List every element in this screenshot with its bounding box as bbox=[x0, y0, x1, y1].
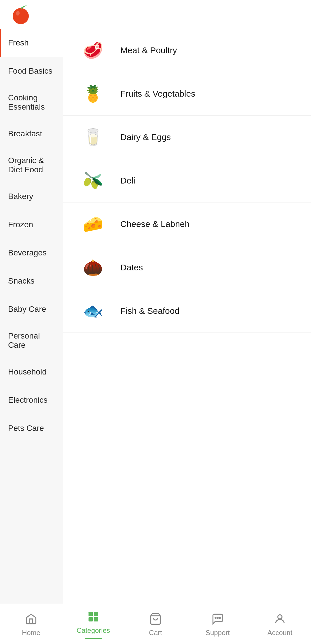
category-name-dairy-eggs: Dairy & Eggs bbox=[120, 132, 171, 142]
sidebar-item-organic-diet[interactable]: Organic & Diet Food bbox=[0, 148, 63, 182]
sidebar-item-frozen[interactable]: Frozen bbox=[0, 211, 63, 239]
category-name-dates: Dates bbox=[120, 263, 143, 272]
cart-icon bbox=[148, 611, 163, 626]
svg-point-10 bbox=[278, 615, 282, 619]
header bbox=[0, 0, 311, 29]
sidebar-item-pets-care[interactable]: Pets Care bbox=[0, 414, 63, 442]
svg-rect-4 bbox=[89, 617, 93, 622]
categories-panel: 🥩Meat & Poultry🍍Fruits & Vegetables🥛Dair… bbox=[63, 29, 311, 604]
nav-item-account[interactable]: Account bbox=[249, 607, 311, 641]
sidebar-item-breakfast[interactable]: Breakfast bbox=[0, 120, 63, 148]
category-row-meat-poultry[interactable]: 🥩Meat & Poultry bbox=[63, 29, 311, 72]
category-row-dairy-eggs[interactable]: 🥛Dairy & Eggs bbox=[63, 116, 311, 159]
sidebar-item-snacks[interactable]: Snacks bbox=[0, 267, 63, 295]
sidebar-item-food-basics[interactable]: Food Basics bbox=[0, 57, 63, 85]
categories-icon bbox=[86, 609, 101, 624]
app-logo[interactable] bbox=[9, 2, 32, 26]
svg-rect-2 bbox=[89, 612, 93, 616]
svg-point-9 bbox=[219, 617, 221, 618]
category-row-dates[interactable]: 🌰Dates bbox=[63, 246, 311, 289]
category-image-deli: 🫒 bbox=[77, 168, 109, 194]
home-icon bbox=[24, 611, 39, 626]
category-image-dates: 🌰 bbox=[77, 255, 109, 280]
category-name-fish-seafood: Fish & Seafood bbox=[120, 306, 179, 316]
category-image-meat-poultry: 🥩 bbox=[77, 37, 109, 63]
nav-label-support: Support bbox=[206, 629, 230, 637]
support-icon bbox=[210, 611, 225, 626]
sidebar-item-bakery[interactable]: Bakery bbox=[0, 182, 63, 211]
nav-item-home[interactable]: Home bbox=[0, 607, 62, 641]
nav-label-cart: Cart bbox=[149, 629, 162, 637]
sidebar-item-baby-care[interactable]: Baby Care bbox=[0, 295, 63, 323]
category-image-cheese-labneh: 🧀 bbox=[77, 211, 109, 237]
main-content: FreshFood BasicsCooking EssentialsBreakf… bbox=[0, 29, 311, 604]
svg-point-0 bbox=[13, 8, 29, 24]
category-row-cheese-labneh[interactable]: 🧀Cheese & Labneh bbox=[63, 202, 311, 246]
category-name-cheese-labneh: Cheese & Labneh bbox=[120, 219, 189, 229]
nav-item-categories[interactable]: Categories bbox=[62, 605, 124, 643]
bottom-navigation: Home Categories Cart Support Account bbox=[0, 604, 311, 644]
sidebar-item-personal-care[interactable]: Personal Care bbox=[0, 323, 63, 358]
svg-rect-5 bbox=[94, 617, 98, 622]
nav-label-categories: Categories bbox=[77, 626, 110, 635]
nav-label-home: Home bbox=[22, 629, 40, 637]
sidebar-item-household[interactable]: Household bbox=[0, 358, 63, 386]
sidebar-item-cooking-essentials[interactable]: Cooking Essentials bbox=[0, 85, 63, 120]
svg-point-8 bbox=[215, 617, 216, 618]
category-image-fish-seafood: 🐟 bbox=[77, 298, 109, 324]
svg-point-7 bbox=[217, 617, 218, 618]
category-name-meat-poultry: Meat & Poultry bbox=[120, 45, 177, 55]
sidebar-item-electronics[interactable]: Electronics bbox=[0, 386, 63, 414]
account-icon bbox=[272, 611, 287, 626]
nav-item-support[interactable]: Support bbox=[187, 607, 249, 641]
category-name-fruits-vegetables: Fruits & Vegetables bbox=[120, 89, 195, 99]
category-image-fruits-vegetables: 🍍 bbox=[77, 81, 109, 107]
sidebar-item-beverages[interactable]: Beverages bbox=[0, 239, 63, 267]
nav-label-account: Account bbox=[268, 629, 293, 637]
svg-rect-3 bbox=[94, 612, 98, 616]
svg-point-1 bbox=[16, 11, 20, 16]
sidebar: FreshFood BasicsCooking EssentialsBreakf… bbox=[0, 29, 63, 604]
active-indicator bbox=[85, 638, 102, 639]
category-row-fish-seafood[interactable]: 🐟Fish & Seafood bbox=[63, 289, 311, 333]
category-row-fruits-vegetables[interactable]: 🍍Fruits & Vegetables bbox=[63, 72, 311, 116]
nav-item-cart[interactable]: Cart bbox=[124, 607, 187, 641]
sidebar-item-fresh[interactable]: Fresh bbox=[0, 29, 63, 57]
category-name-deli: Deli bbox=[120, 176, 135, 186]
category-row-deli[interactable]: 🫒Deli bbox=[63, 159, 311, 202]
category-image-dairy-eggs: 🥛 bbox=[77, 124, 109, 150]
